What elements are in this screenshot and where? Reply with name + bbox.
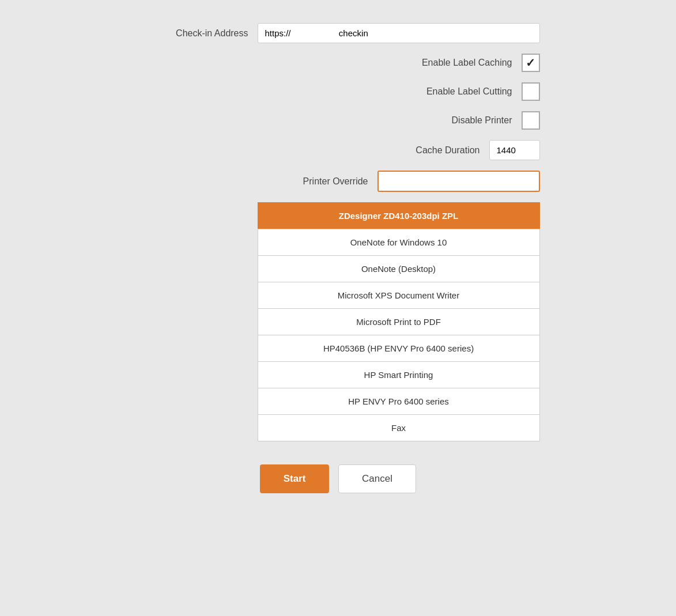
disable-printer-label: Disable Printer: [386, 115, 512, 126]
cache-duration-row: Cache Duration: [137, 140, 540, 160]
printer-item-hp-envy[interactable]: HP ENVY Pro 6400 series: [258, 388, 540, 414]
printer-item-onenote-win10[interactable]: OneNote for Windows 10: [258, 229, 540, 255]
printer-override-label: Printer Override: [241, 176, 368, 187]
enable-label-caching-row: Enable Label Caching: [137, 54, 540, 72]
printer-item-onenote-desktop[interactable]: OneNote (Desktop): [258, 255, 540, 282]
enable-label-caching-label: Enable Label Caching: [386, 58, 512, 68]
cache-duration-label: Cache Duration: [353, 145, 480, 156]
printer-override-row: Printer Override: [137, 171, 540, 192]
printer-override-wrapper: [377, 171, 540, 192]
cancel-button[interactable]: Cancel: [338, 464, 416, 493]
cache-duration-input[interactable]: [489, 140, 540, 160]
action-buttons: Start Cancel: [137, 464, 540, 493]
printer-item-zdesigner[interactable]: ZDesigner ZD410-203dpi ZPL: [258, 202, 540, 229]
enable-label-cutting-checkbox[interactable]: [522, 82, 540, 101]
printer-list-row: ZDesigner ZD410-203dpi ZPL OneNote for W…: [137, 202, 540, 459]
printer-override-input[interactable]: [377, 171, 540, 192]
printer-list: ZDesigner ZD410-203dpi ZPL OneNote for W…: [258, 202, 540, 441]
checkin-address-input[interactable]: [258, 23, 540, 43]
printer-item-ms-xps[interactable]: Microsoft XPS Document Writer: [258, 282, 540, 308]
enable-label-caching-checkbox[interactable]: [522, 54, 540, 72]
settings-form: Check-in Address Enable Label Caching En…: [137, 23, 540, 493]
checkin-address-wrapper: [258, 23, 540, 43]
disable-printer-checkbox[interactable]: [522, 111, 540, 130]
printer-item-fax[interactable]: Fax: [258, 414, 540, 441]
disable-printer-row: Disable Printer: [137, 111, 540, 130]
enable-label-cutting-label: Enable Label Cutting: [386, 86, 512, 97]
cache-duration-wrapper: [489, 140, 540, 160]
checkin-address-label: Check-in Address: [122, 28, 248, 39]
checkin-address-row: Check-in Address: [137, 23, 540, 43]
printer-item-hp40536b[interactable]: HP40536B (HP ENVY Pro 6400 series): [258, 335, 540, 361]
enable-label-cutting-row: Enable Label Cutting: [137, 82, 540, 101]
printer-item-hp-smart[interactable]: HP Smart Printing: [258, 361, 540, 388]
printer-item-ms-pdf[interactable]: Microsoft Print to PDF: [258, 308, 540, 335]
start-button[interactable]: Start: [260, 464, 329, 493]
